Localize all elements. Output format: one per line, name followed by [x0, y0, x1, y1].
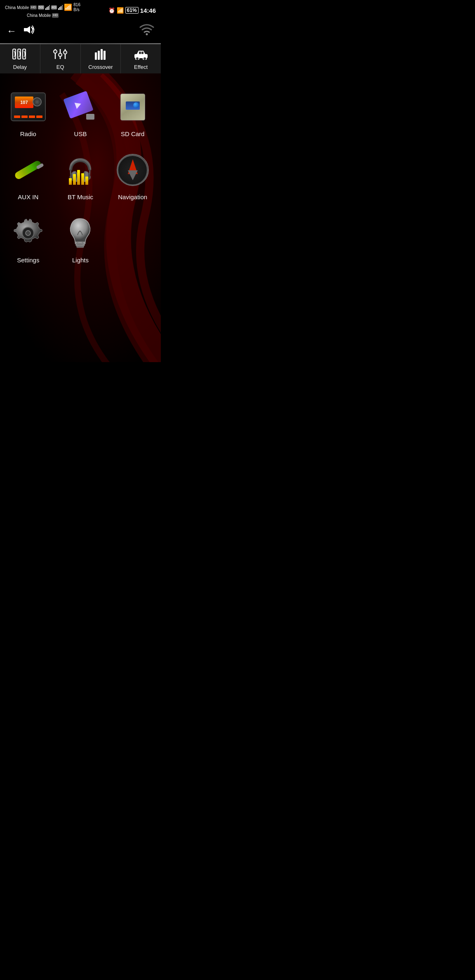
bt-bars: [69, 170, 88, 185]
alarm-icon: ⏰: [108, 7, 115, 14]
signal-bars-2: [58, 5, 63, 10]
usb-label: USB: [74, 130, 87, 137]
sdcard-label: SD Card: [121, 130, 145, 137]
hd-badge2: HD: [52, 13, 59, 17]
bottom-spacer: [0, 275, 161, 308]
tab-delay[interactable]: Delay: [0, 44, 40, 73]
svg-rect-20: [139, 52, 141, 54]
radio-screen: 107: [15, 97, 33, 108]
tab-eq[interactable]: EQ: [40, 44, 81, 73]
speed-label: 816B/s: [73, 2, 80, 12]
tab-effect-label: Effect: [134, 64, 148, 70]
navigation-icon-wrapper: [114, 151, 151, 188]
settings-label: Settings: [17, 257, 39, 264]
radio-label: Radio: [20, 130, 36, 137]
tab-eq-label: EQ: [56, 64, 64, 70]
svg-point-12: [63, 51, 67, 54]
app-lights[interactable]: Lights: [56, 208, 105, 267]
header-nav: ←: [0, 20, 161, 43]
empty-slot: [108, 208, 157, 267]
signal-bars-1: [45, 5, 50, 10]
app-btmusic[interactable]: 🎧 BT Music: [56, 145, 105, 204]
nav-icon: [115, 153, 150, 188]
lights-icon: [65, 216, 96, 251]
back-button[interactable]: ←: [7, 25, 16, 37]
aux-icon: [12, 155, 45, 184]
wifi-icon-status: 📶: [64, 3, 72, 12]
crossover-icon: [93, 48, 108, 62]
app-auxin[interactable]: AUX IN: [4, 145, 52, 204]
svg-point-18: [136, 57, 139, 60]
carrier-info: China Mobile HD 5G 4G 📶 816B/s China Mob…: [5, 2, 80, 18]
tabs-bar: Delay EQ Crossover: [0, 44, 161, 73]
radio-icon-wrapper: 107: [9, 88, 47, 125]
wifi-icon-header: [139, 23, 154, 38]
btmusic-icon-wrapper: 🎧: [62, 151, 99, 188]
app-sdcard[interactable]: SD Card: [108, 82, 157, 141]
carrier1-label: China Mobile: [5, 5, 29, 10]
status-bar: China Mobile HD 5G 4G 📶 816B/s China Mob…: [0, 0, 161, 20]
svg-rect-27: [77, 246, 84, 247]
apps-grid: 107 Radio: [0, 73, 161, 275]
status-right: ⏰ 📶 61% 14:46: [108, 7, 156, 14]
carrier2-label: China Mobile: [27, 13, 51, 18]
auxin-icon-wrapper: [9, 151, 47, 188]
nav-arrow-down: [128, 170, 138, 180]
sdcard-icon: [117, 92, 148, 122]
nav-compass: [117, 155, 148, 186]
volume-icon[interactable]: [23, 25, 35, 37]
radio-icon: 107: [11, 92, 46, 121]
main-content: 107 Radio: [0, 73, 161, 362]
hd-badge1: HD: [30, 5, 37, 9]
lights-label: Lights: [72, 257, 89, 264]
tab-effect[interactable]: Effect: [121, 44, 161, 73]
bluetooth-icon: 📶: [117, 7, 124, 14]
svg-point-3: [146, 33, 148, 35]
time-label: 14:46: [140, 7, 156, 14]
tab-crossover-label: Crossover: [88, 64, 113, 70]
4g-badge: 4G: [51, 5, 57, 9]
app-usb[interactable]: USB: [56, 82, 105, 141]
delay-icon: [12, 48, 27, 62]
svg-rect-16: [103, 51, 106, 60]
svg-rect-21: [141, 52, 143, 54]
settings-icon: [11, 216, 46, 251]
sdcard-icon-wrapper: [114, 88, 151, 125]
lights-icon-wrapper: [62, 214, 99, 252]
btmusic-icon: 🎧: [62, 152, 99, 188]
radio-buttons: [14, 115, 42, 118]
settings-icon-wrapper: [9, 214, 47, 252]
battery-icon: 61%: [125, 7, 139, 14]
app-radio[interactable]: 107 Radio: [4, 82, 52, 141]
usb-icon: [64, 92, 97, 121]
svg-rect-14: [98, 51, 100, 60]
usb-icon-wrapper: [62, 88, 99, 125]
eq-icon: [53, 48, 68, 62]
effect-icon: [134, 48, 148, 62]
svg-point-24: [26, 231, 31, 236]
radio-knob: [33, 97, 42, 106]
tab-delay-label: Delay: [13, 64, 27, 70]
app-settings[interactable]: Settings: [4, 208, 52, 267]
svg-point-19: [143, 57, 146, 60]
svg-rect-15: [101, 49, 103, 60]
5g-badge: 5G: [38, 5, 44, 9]
svg-point-10: [59, 53, 62, 57]
navigation-label: Navigation: [118, 193, 147, 200]
svg-rect-13: [95, 52, 97, 60]
svg-marker-0: [24, 26, 30, 33]
app-navigation[interactable]: Navigation: [108, 145, 157, 204]
auxin-label: AUX IN: [18, 193, 38, 200]
svg-point-8: [54, 50, 57, 53]
tab-crossover[interactable]: Crossover: [81, 44, 121, 73]
btmusic-label: BT Music: [68, 193, 93, 200]
